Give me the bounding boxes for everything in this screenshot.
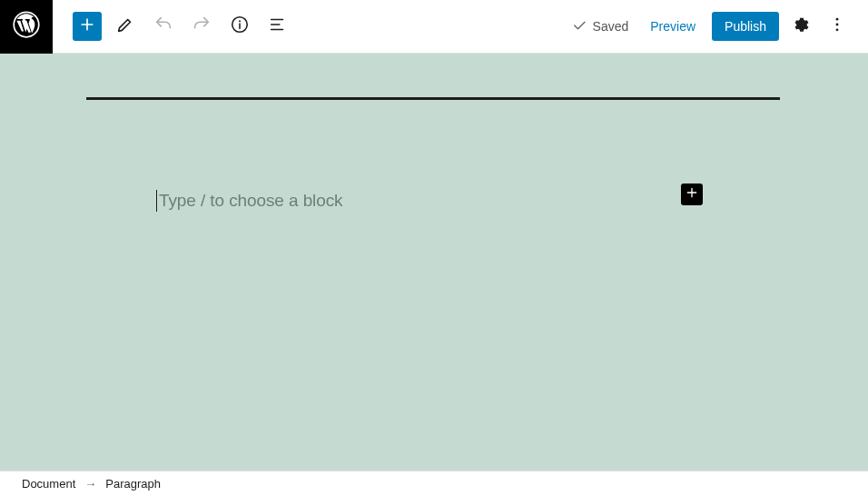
breadcrumb-separator-icon: →	[84, 477, 96, 491]
wordpress-icon	[13, 11, 40, 42]
text-caret	[156, 190, 157, 212]
breadcrumb-root[interactable]: Document	[22, 477, 75, 491]
inline-add-block-button[interactable]	[681, 184, 703, 205]
list-outline-icon	[268, 15, 288, 38]
saved-label: Saved	[593, 19, 629, 34]
wordpress-logo-button[interactable]	[0, 0, 53, 54]
info-icon	[230, 15, 250, 38]
top-toolbar: Saved Preview Publish	[0, 0, 868, 54]
publish-button[interactable]: Publish	[712, 12, 779, 41]
undo-button[interactable]	[149, 12, 178, 41]
toolbar-left-group	[53, 12, 292, 41]
edit-mode-button[interactable]	[111, 12, 140, 41]
editor-canvas[interactable]: Type / to choose a block	[0, 54, 868, 471]
pencil-icon	[115, 15, 135, 38]
outline-button[interactable]	[263, 12, 292, 41]
redo-button[interactable]	[187, 12, 216, 41]
paragraph-block[interactable]: Type / to choose a block	[156, 190, 705, 212]
add-block-button[interactable]	[73, 12, 102, 41]
dots-vertical-icon	[828, 15, 846, 37]
plus-icon	[685, 185, 699, 203]
settings-button[interactable]	[786, 12, 815, 41]
undo-icon	[153, 15, 173, 38]
gear-icon	[791, 15, 811, 38]
redo-icon	[192, 15, 212, 38]
title-underline	[86, 97, 780, 100]
more-options-button[interactable]	[823, 12, 852, 41]
toolbar-right-group: Saved Preview Publish	[566, 12, 868, 41]
check-icon	[571, 17, 587, 36]
preview-button[interactable]: Preview	[641, 12, 705, 41]
details-button[interactable]	[225, 12, 254, 41]
svg-point-5	[836, 28, 839, 31]
svg-point-4	[836, 24, 839, 26]
breadcrumb-bar: Document → Paragraph	[0, 471, 868, 496]
svg-point-2	[239, 20, 241, 22]
breadcrumb-current[interactable]: Paragraph	[105, 477, 161, 491]
editor-app: Saved Preview Publish Type / to choose a…	[0, 0, 868, 496]
block-placeholder: Type / to choose a block	[159, 191, 343, 211]
svg-point-3	[836, 18, 839, 21]
plus-icon	[78, 15, 96, 37]
saved-status: Saved	[566, 17, 635, 36]
